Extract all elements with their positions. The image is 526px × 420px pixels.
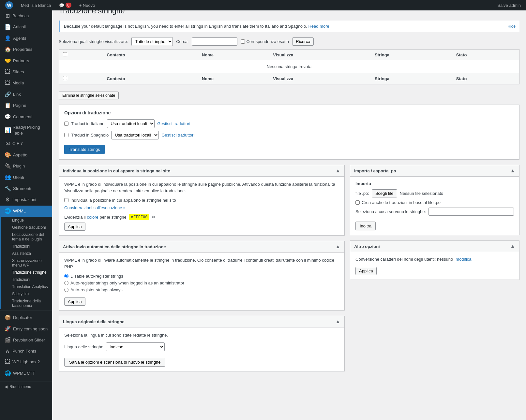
sidebar-item-label: Articoli [13,24,26,30]
panel-importa-header[interactable]: Importa / esporta .po ▲ [350,165,519,177]
considerazioni-link[interactable]: Considerazioni sull'esecuzione » [64,205,126,210]
comments-item[interactable]: 💬 0 [56,0,74,10]
submenu-traduzioni[interactable]: Traduzioni [1,243,52,250]
panel-posizione-header[interactable]: Individua la posizione in cui appare la … [59,165,344,177]
select-all-checkbox[interactable] [63,52,67,56]
sidebar-item-easy-coming-soon[interactable]: 🚀 Easy coming soon [0,323,52,334]
save-scan-button[interactable]: Salva le opzioni e scansiona di nuovo le… [64,358,165,367]
sidebar-item-articoli[interactable]: 📄 Articoli [0,22,52,33]
sidebar-item-plugin[interactable]: 🔌 Plugin [0,161,52,172]
admin-bar: W Med Isla Blanca 💬 0 + Nuovo Salve admi… [0,0,526,10]
sidebar-item-slides[interactable]: 🖼 Slides [0,66,52,78]
scegli-file-button[interactable]: Scegli file [372,189,397,197]
seleziona-servono-input[interactable] [428,208,514,216]
new-item[interactable]: + Nuovo [77,0,98,10]
sidebar-item-duplicator[interactable]: 📦 Duplicator [0,312,52,323]
translate-strings-button[interactable]: Translate strings [64,145,105,154]
sidebar-item-readyl[interactable]: 📊 Readyl Pricing Table [0,123,52,138]
traduttori-italiano-select[interactable]: Usa traduttori locali [107,119,155,128]
traduci-spagnolo-row: Traduci in Spagnolo Usa traduttori local… [64,131,514,139]
sidebar-item-label: WP Lightbox 2 [12,359,40,365]
panel-altre-header[interactable]: Altre opzioni ▲ [350,241,519,252]
lingua-select[interactable]: Inglese [106,342,165,351]
sidebar-item-media[interactable]: 🖼 Media [0,78,52,89]
panel-altre-title: Altre opzioni [354,244,380,249]
color-value: #FFFF00 [129,214,150,220]
traduci-italiano-checkbox[interactable] [64,122,68,126]
sidebar-item-link[interactable]: 🔗 Link [0,89,52,100]
applica-posizione-button[interactable]: Applica [64,223,85,231]
individua-checkbox[interactable] [64,198,68,202]
sidebar-item-utenti[interactable]: 👥 Utenti [0,172,52,183]
gestisci-traduttori-italiano-link[interactable]: Gestisci traduttori [157,121,190,126]
sidebar-item-revolution-slider[interactable]: 🎬 Revolution Slider [0,335,52,346]
sidebar-item-agents[interactable]: 👤 Agents [0,33,52,44]
applica-invio-button[interactable]: Applica [64,297,85,306]
radio-always-input[interactable] [64,288,68,292]
submenu-traduzione-stringhe[interactable]: Traduzione stringhe [1,269,52,276]
submenu-assistenza[interactable]: Assistenza [1,250,52,257]
sidebar-item-cf7[interactable]: ✉ C F 7 [0,138,52,149]
riduci-menu-item[interactable]: ◀ Riduci menu [0,382,52,383]
sidebar-item-properties[interactable]: 🏠 Properties [0,44,52,55]
crea-traduzioni-checkbox[interactable] [355,200,360,205]
submenu-translation-analytics[interactable]: Translation Analytics [1,283,52,290]
col-visualizza-footer: Visualizza [269,73,371,84]
sidebar-item-wp-lightbox[interactable]: 🖼 WP Lightbox 2 [0,356,52,368]
sidebar-item-wpml-ctt[interactable]: 🌐 WPML CTT [0,368,52,379]
sidebar-item-partners[interactable]: 🤝 Partners [0,55,52,66]
sidebar-item-bacheca[interactable]: ⊞ Bacheca [0,10,52,22]
hide-notice-link[interactable]: Hide [507,24,516,29]
submenu-localizzazione[interactable]: Localizzazione del tema e dei plugin [1,231,52,243]
admin-label: Salve admin [497,3,521,8]
submenu-sticky-link[interactable]: Sticky link [1,290,52,297]
submenu-gestione[interactable]: Gestione traduzioni [1,224,52,231]
submenu-traduzioni2[interactable]: Traduzioni [1,276,52,283]
wpml-icon: 🌐 [5,208,11,215]
sidebar-item-wpml[interactable]: 🌐 WPML [0,206,52,217]
pencil-icon[interactable]: ✏ [152,214,156,220]
gestisci-traduttori-spagnolo-link[interactable]: Gestisci traduttori [161,133,194,138]
site-name-item[interactable]: Med Isla Blanca [18,0,54,10]
modifica-link[interactable]: modifica [456,257,471,262]
select-all-footer-checkbox[interactable] [63,76,67,80]
panel-posizione: Individua la posizione in cui appare la … [59,165,345,236]
radio-disable: Disable auto-register strings [64,274,339,279]
crea-traduzioni-row: Crea anche le traduzioni in base al file… [355,200,514,205]
punch-fonts-icon: A [5,348,10,355]
sidebar-item-label: C F 7 [12,141,23,147]
stringhe-filter-select[interactable]: Tutte le stringhe [131,37,173,46]
sidebar-item-commenti[interactable]: 💬 Commenti [0,111,52,123]
panel-importa-title: Importa / esporta .po [354,168,396,173]
panel-lingua-header[interactable]: Lingua originale delle stringhe ▲ [59,316,344,327]
sidebar-item-label: Duplicator [13,315,32,321]
submenu-traduzione-tassonomia[interactable]: Traduzione della tassonomia [1,297,52,309]
sidebar-item-aspetto[interactable]: 🎨 Aspetto [0,150,52,161]
traduci-spagnolo-checkbox[interactable] [64,133,68,137]
submenu-lingue[interactable]: Lingue [1,217,52,224]
admin-user-item[interactable]: Salve admin [495,0,523,10]
submenu-sincronizzazione[interactable]: Sincronizzazione menu WP [1,257,52,269]
corrispondenza-checkbox[interactable] [241,39,245,44]
agents-icon: 👤 [5,35,11,42]
sidebar-item-strumenti[interactable]: 🔧 Strumenti [0,183,52,194]
cerca-input[interactable] [192,37,237,46]
ricerca-button[interactable]: Ricerca [292,37,314,46]
inoltra-button[interactable]: Inoltra [355,222,376,230]
sidebar-item-label: Agents [13,36,26,41]
select-all-col-footer [59,73,103,84]
panel-invio-header[interactable]: Attiva invio automatico delle stringhe i… [59,241,344,253]
delete-selected-button[interactable]: Elimina le stringhe selezionate [59,92,119,99]
sidebar-item-label: Partners [13,58,29,64]
read-more-link[interactable]: Read more [308,24,329,29]
traduttori-spagnolo-select[interactable]: Usa traduttori locali [111,131,159,139]
col-contesto-footer: Contesto [103,73,198,84]
sidebar-item-pagine[interactable]: 📋 Pagine [0,100,52,111]
col-stato-footer: Stato [452,73,519,84]
applica-altre-button[interactable]: Applica [355,267,377,275]
wp-logo-item[interactable]: W [3,0,16,10]
radio-disable-input[interactable] [64,274,68,278]
radio-admin-only-input[interactable] [64,281,68,285]
sidebar-item-impostazioni[interactable]: ⚙ Impostazioni [0,194,52,205]
sidebar-item-punch-fonts[interactable]: A Punch Fonts [0,346,52,356]
